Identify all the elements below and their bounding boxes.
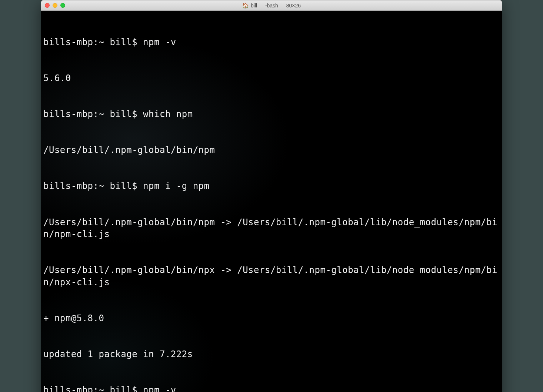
terminal-line: updated 1 package in 7.222s [43,348,500,360]
terminal-line: bills-mbp:~ bill$ npm i -g npm [43,180,500,192]
window-title: bill — -bash — 80×26 [251,3,301,9]
home-icon: 🏠 [242,3,249,9]
traffic-lights [45,3,65,8]
terminal-line: /Users/bill/.npm-global/bin/npm -> /User… [43,216,500,240]
terminal-line: bills-mbp:~ bill$ npm -v [43,36,500,48]
terminal-window: 🏠 bill — -bash — 80×26 bills-mbp:~ bill$… [41,0,502,392]
terminal-line: /Users/bill/.npm-global/bin/npm [43,144,500,156]
terminal-line: bills-mbp:~ bill$ npm -v [43,384,500,392]
minimize-button[interactable] [53,3,57,8]
maximize-button[interactable] [60,3,65,8]
terminal-line: 5.6.0 [43,72,500,84]
window-title-wrap: 🏠 bill — -bash — 80×26 [45,3,498,9]
terminal-line: bills-mbp:~ bill$ which npm [43,108,500,120]
terminal-content[interactable]: bills-mbp:~ bill$ npm -v 5.6.0 bills-mbp… [43,12,500,392]
window-titlebar[interactable]: 🏠 bill — -bash — 80×26 [41,0,502,11]
terminal-body[interactable]: bills-mbp:~ bill$ npm -v 5.6.0 bills-mbp… [41,11,502,392]
close-button[interactable] [45,3,50,8]
terminal-line: + npm@5.8.0 [43,312,500,324]
terminal-line: /Users/bill/.npm-global/bin/npx -> /User… [43,264,500,288]
